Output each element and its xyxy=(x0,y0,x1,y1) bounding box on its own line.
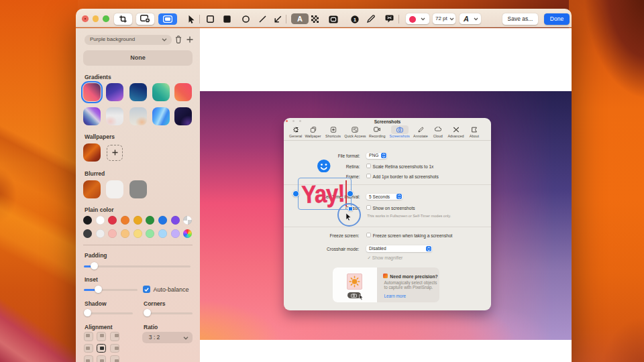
svg-text:1: 1 xyxy=(354,16,357,22)
